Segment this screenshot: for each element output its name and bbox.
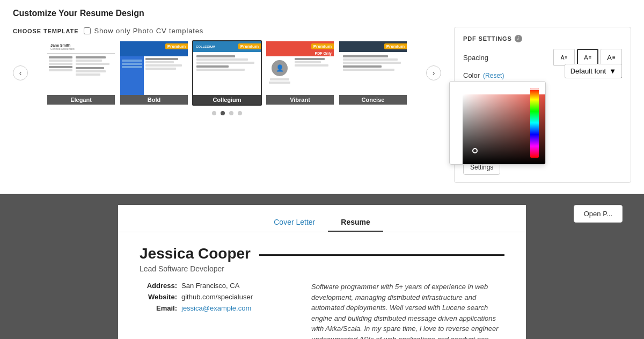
template-vibrant-label: Vibrant — [266, 95, 334, 105]
template-elegant[interactable]: Jane Smith Certified Accountant — [46, 40, 116, 106]
email-key: Email: — [140, 304, 177, 312]
template-collegium[interactable]: COLLEGIUM Premium — [192, 40, 262, 106]
prev-arrow[interactable]: ‹ — [13, 65, 28, 80]
resume-content: Jessica Cooper Lead Software Developer A… — [118, 245, 526, 339]
info-icon: i — [515, 35, 522, 42]
bottom-area: Open P... Cover Letter Resume Jessica Co… — [0, 194, 644, 339]
show-photo-checkbox[interactable] — [84, 27, 91, 34]
template-bold[interactable]: Premium Bold — [119, 40, 189, 106]
address-value: San Francisco, CA — [181, 282, 239, 290]
template-carousel: ‹ Jane Smith Certified Accountant — [13, 40, 441, 106]
choose-template-label: CHOOSE TEMPLATE Show only Photo CV templ… — [13, 27, 441, 35]
page-title: Customize Your Resume Design — [13, 9, 631, 18]
name-line — [259, 254, 504, 256]
next-arrow[interactable]: › — [426, 65, 441, 80]
premium-badge-collegium: Premium — [238, 43, 261, 49]
color-reset-link[interactable]: (Reset) — [483, 72, 504, 79]
hue-slider-thumb — [530, 88, 539, 90]
spacing-label: Spacing — [463, 54, 488, 62]
premium-badge-vibrant: Premium — [311, 43, 334, 49]
website-key: Website: — [140, 293, 177, 301]
template-concise[interactable]: Premium Concise — [338, 40, 408, 106]
dot-1[interactable] — [221, 111, 225, 115]
template-elegant-label: Elegant — [47, 95, 115, 105]
template-collegium-label: Collegium — [193, 95, 261, 105]
detail-left: Address: San Francisco, CA Website: gith… — [140, 282, 290, 339]
hue-slider[interactable] — [530, 88, 539, 158]
premium-badge-concise: Premium — [384, 43, 407, 49]
font-dropdown-arrow: ▼ — [609, 67, 616, 75]
template-bold-label: Bold — [120, 95, 188, 105]
detail-website: Website: github.com/specialuser — [140, 293, 290, 301]
resume-preview: Cover Letter Resume Jessica Cooper Lead … — [118, 205, 526, 339]
template-vibrant-photo: 👤 — [272, 60, 288, 76]
template-concise-label: Concise — [339, 95, 407, 105]
resume-name: Jessica Cooper — [140, 245, 504, 262]
dot-2[interactable] — [229, 111, 233, 115]
resume-tabs: Cover Letter Resume — [118, 205, 526, 232]
pdf-settings-title: PDF SETTINGS i — [463, 35, 622, 42]
website-value: github.com/specialuser — [181, 293, 253, 301]
template-vibrant[interactable]: 👤 — [265, 40, 335, 106]
open-pdf-button[interactable]: Open P... — [574, 205, 623, 223]
detail-address: Address: San Francisco, CA — [140, 282, 290, 290]
templates-list: Jane Smith Certified Accountant — [28, 40, 426, 106]
top-panel: Customize Your Resume Design CHOOSE TEMP… — [0, 0, 644, 194]
resume-summary: Software programmer with 5+ years of exp… — [311, 282, 504, 339]
tab-cover-letter[interactable]: Cover Letter — [261, 213, 328, 232]
address-key: Address: — [140, 282, 177, 290]
pdf-only-badge-vibrant: PDF Only — [312, 51, 334, 56]
carousel-dots — [13, 111, 441, 115]
template-section: CHOOSE TEMPLATE Show only Photo CV templ… — [13, 27, 441, 115]
color-picker-handle[interactable] — [472, 148, 478, 153]
resume-subtitle: Lead Software Developer — [140, 264, 504, 273]
color-label: Color — [463, 71, 480, 79]
detail-email: Email: jessica@example.com — [140, 304, 290, 312]
show-photo-label[interactable]: Show only Photo CV templates — [84, 27, 203, 35]
resume-details: Address: San Francisco, CA Website: gith… — [140, 282, 504, 339]
pdf-settings-panel: PDF SETTINGS i Spacing A≡ A≡ A≡ — [454, 27, 631, 183]
premium-badge-bold: Premium — [165, 43, 188, 49]
dot-3[interactable] — [238, 111, 242, 115]
tab-resume[interactable]: Resume — [328, 213, 383, 232]
dot-0[interactable] — [212, 111, 216, 115]
font-dropdown[interactable]: Default font ▼ — [565, 64, 622, 78]
email-value[interactable]: jessica@example.com — [181, 304, 251, 312]
color-picker-popup — [449, 81, 546, 165]
